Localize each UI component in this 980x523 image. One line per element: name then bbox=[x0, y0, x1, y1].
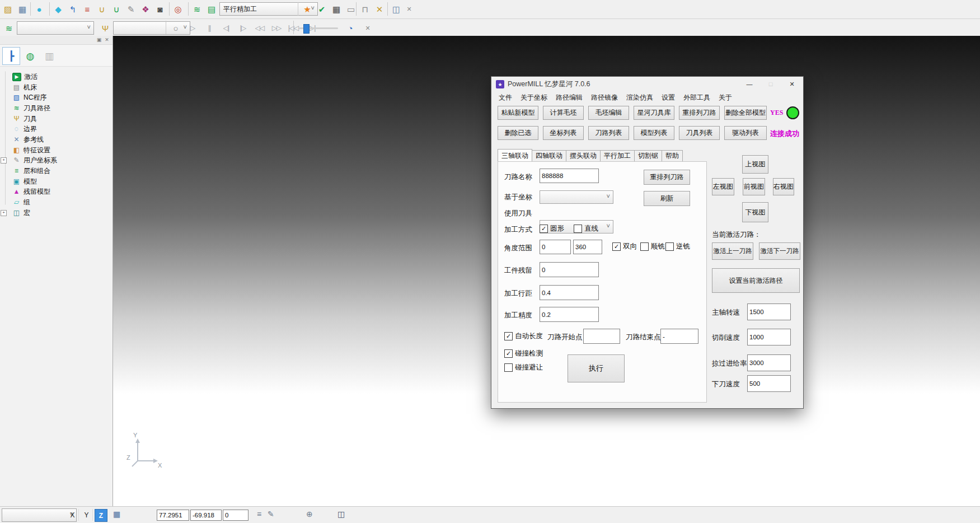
start-point-input[interactable] bbox=[583, 329, 620, 344]
shaded-view-icon[interactable]: ● bbox=[32, 2, 46, 16]
workplane-edit-icon[interactable]: ✎ bbox=[124, 2, 138, 16]
toolbar-close-icon[interactable]: ✕ bbox=[363, 23, 373, 33]
toolpath-list-button[interactable]: 刀路列表 bbox=[588, 126, 629, 140]
clock-icon[interactable]: ◔ bbox=[344, 21, 357, 35]
menu-external[interactable]: 外部工具 bbox=[683, 93, 710, 102]
refresh-button[interactable]: 刷新 bbox=[644, 191, 690, 206]
axis-y-button[interactable]: Y bbox=[81, 509, 93, 521]
tree-item-feature-sets[interactable]: ◧特征设置 bbox=[0, 145, 50, 155]
menu-render-sim[interactable]: 渲染仿真 bbox=[626, 93, 653, 102]
tab-3axis[interactable]: 三轴联动 bbox=[498, 149, 532, 161]
axis-z-button[interactable]: Z bbox=[95, 509, 107, 522]
tree-item-models[interactable]: ▣模型 bbox=[0, 176, 37, 186]
activate-next-button[interactable]: 激活下一刀路 bbox=[759, 242, 800, 260]
close-button[interactable]: ✕ bbox=[781, 77, 803, 91]
explorer-view-button[interactable]: ┣ bbox=[2, 47, 20, 65]
tree-item-levels[interactable]: ≡层和组合 bbox=[0, 166, 50, 176]
panel-close-button[interactable]: ✕ bbox=[104, 36, 110, 43]
calc-block-button[interactable]: 计算毛坯 bbox=[543, 106, 584, 120]
play-icon[interactable]: ▷ bbox=[186, 21, 199, 35]
execute-button[interactable]: 执行 bbox=[568, 354, 625, 382]
tab-help[interactable]: 帮助 bbox=[662, 150, 683, 162]
angle-to-input[interactable] bbox=[573, 240, 602, 254]
delete-all-models-button[interactable]: 删除全部模型 bbox=[724, 106, 767, 120]
coordinate-x-input[interactable] bbox=[157, 510, 189, 521]
simulate-icon[interactable]: ◎ bbox=[171, 2, 185, 16]
drive-list-button[interactable]: 驱动列表 bbox=[724, 126, 767, 140]
minimize-button[interactable]: — bbox=[738, 77, 761, 91]
fast-forward-icon[interactable]: ▷▷ bbox=[270, 21, 283, 35]
split-view-icon[interactable]: ◫ bbox=[337, 510, 345, 519]
panel-float-button[interactable]: ▣ bbox=[96, 36, 102, 43]
rewind-icon[interactable]: ◁◁ bbox=[253, 21, 266, 35]
base-coord-dropdown[interactable] bbox=[540, 190, 613, 204]
stock-allowance-input[interactable] bbox=[540, 262, 599, 277]
tree-item-boundaries[interactable]: ◌边界 bbox=[0, 124, 37, 134]
climb-mill-checkbox[interactable]: 顺铣 bbox=[640, 242, 665, 251]
tolerance-input[interactable] bbox=[540, 307, 599, 322]
rearrange-button[interactable]: 重排列刀路 bbox=[644, 170, 690, 185]
tree-item-patterns[interactable]: ✕参考线 bbox=[0, 134, 44, 144]
tab-head[interactable]: 摆头联动 bbox=[566, 150, 601, 162]
save-project-icon[interactable]: ▦ bbox=[16, 2, 29, 16]
stepover-input[interactable] bbox=[540, 285, 599, 300]
nc-output-icon[interactable]: ◫ bbox=[390, 2, 403, 16]
step-back-icon[interactable]: ◁| bbox=[219, 21, 233, 35]
web-view-button[interactable]: ◍ bbox=[21, 47, 39, 65]
bidirectional-checkbox[interactable]: ✓双向 bbox=[612, 242, 637, 251]
view-left-button[interactable]: 左视图 bbox=[712, 178, 734, 195]
list-icon[interactable]: ≡ bbox=[257, 510, 261, 519]
set-active-path-button[interactable]: 设置当前激活路径 bbox=[712, 268, 800, 293]
leads-links-icon[interactable]: ∪ bbox=[110, 2, 123, 16]
delete-selected-button[interactable]: 删除已选 bbox=[498, 126, 538, 140]
model-list-button[interactable]: 模型列表 bbox=[634, 126, 674, 140]
block-icon[interactable]: ◆ bbox=[51, 2, 65, 16]
collision-avoid-checkbox[interactable]: 碰撞避让 bbox=[504, 363, 543, 372]
pattern-icon[interactable]: ❖ bbox=[139, 2, 152, 16]
tree-item-nc-programs[interactable]: ▧NC程序 bbox=[0, 92, 46, 102]
conventional-mill-checkbox[interactable]: 逆铣 bbox=[665, 242, 690, 251]
rearrange-toolpaths-button[interactable]: 重排列刀路 bbox=[679, 106, 720, 120]
activate-prev-button[interactable]: 激活上一刀路 bbox=[712, 242, 753, 260]
tree-item-machine[interactable]: ▤机床 bbox=[0, 82, 37, 92]
statusbar-dropdown[interactable] bbox=[2, 508, 77, 522]
tree-item-groups[interactable]: ▱组 bbox=[0, 197, 30, 207]
mode-line-checkbox[interactable]: 直线 bbox=[574, 224, 598, 234]
probe-icon[interactable]: ⊕ bbox=[306, 510, 313, 519]
paste-model-button[interactable]: 粘贴新模型 bbox=[498, 106, 538, 120]
expand-icon[interactable]: + bbox=[1, 210, 7, 216]
coordinate-z-input[interactable] bbox=[223, 510, 248, 521]
pause-icon[interactable]: || bbox=[203, 21, 216, 35]
plunge-feed-input[interactable] bbox=[747, 375, 791, 392]
tree-item-macros[interactable]: +◫宏 bbox=[0, 208, 30, 218]
coordinate-y-input[interactable] bbox=[190, 510, 222, 521]
menu-about[interactable]: 关于 bbox=[719, 93, 732, 102]
tree-item-toolpaths[interactable]: ≋刀具路径 bbox=[0, 103, 50, 113]
toolpath-name-input[interactable] bbox=[540, 169, 599, 183]
angle-from-input[interactable] bbox=[540, 240, 571, 254]
mode-circle-checkbox[interactable]: ✓圆形 bbox=[540, 224, 564, 234]
tree-item-workplanes[interactable]: +✎用户坐标系 bbox=[0, 155, 57, 165]
menu-settings[interactable]: 设置 bbox=[662, 93, 675, 102]
light-icon[interactable]: ○ bbox=[169, 21, 182, 35]
verify-icon[interactable]: ✔ bbox=[315, 2, 329, 16]
step-forward-icon[interactable]: |▷ bbox=[236, 21, 250, 35]
feeds-speeds-icon[interactable]: ≡ bbox=[81, 2, 94, 16]
menu-path-mirror[interactable]: 路径镜像 bbox=[591, 93, 618, 102]
skim-feed-input[interactable] bbox=[747, 354, 791, 371]
collision-check-icon[interactable]: ◙ bbox=[153, 2, 167, 16]
simulation-speed-slider[interactable] bbox=[299, 27, 338, 29]
tab-4axis[interactable]: 四轴联动 bbox=[532, 150, 566, 162]
block-edit-button[interactable]: 毛坯编辑 bbox=[588, 106, 629, 120]
spindle-speed-input[interactable] bbox=[747, 303, 791, 320]
auto-length-checkbox[interactable]: ✓自动长度 bbox=[504, 331, 543, 341]
menu-file[interactable]: 文件 bbox=[499, 93, 512, 102]
maximize-button[interactable]: □ bbox=[759, 77, 782, 91]
recycle-bin-button[interactable]: ▥ bbox=[40, 47, 58, 65]
tool-library-button[interactable]: 星河刀具库 bbox=[634, 106, 674, 120]
tool-pair-icon[interactable]: ⊓ bbox=[358, 2, 372, 16]
tree-item-stock-models[interactable]: ▲残留模型 bbox=[0, 186, 50, 197]
view-bottom-button[interactable]: 下视图 bbox=[742, 202, 768, 222]
tab-saw[interactable]: 切割锯 bbox=[635, 150, 662, 162]
grid-icon[interactable]: ▦ bbox=[113, 510, 120, 519]
